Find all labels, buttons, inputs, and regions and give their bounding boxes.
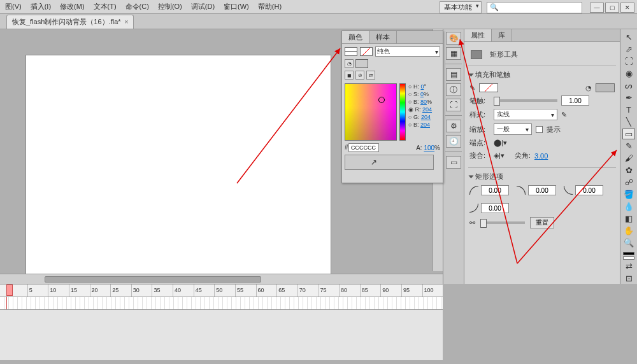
- transform-panel-icon[interactable]: ⛶: [446, 99, 461, 111]
- zoom-tool[interactable]: 🔍: [622, 237, 635, 248]
- corner-br-input[interactable]: [481, 203, 509, 213]
- snap-icon[interactable]: ⊡: [622, 273, 635, 284]
- actions-panel-icon[interactable]: ▭: [446, 156, 461, 169]
- fill-swatch[interactable]: [360, 47, 373, 56]
- current-color-swatch[interactable]: [355, 59, 368, 68]
- document-tab-bar: 恢复_flash制作闪动背景（16）.fla* ×: [0, 14, 637, 29]
- corner-tl-icon: [469, 186, 478, 195]
- stroke-color-swatch[interactable]: [479, 83, 498, 92]
- section-fill-stroke[interactable]: 填充和笔触: [469, 70, 615, 80]
- menu-insert[interactable]: 插入(I): [31, 2, 51, 11]
- menu-text[interactable]: 文本(T): [94, 2, 117, 11]
- eyedropper-tool[interactable]: 💧: [622, 201, 635, 212]
- menu-window[interactable]: 窗口(W): [224, 2, 249, 11]
- rectangle-tool[interactable]: ▭: [622, 129, 635, 139]
- bone-tool[interactable]: ☍: [622, 177, 635, 188]
- stroke-color[interactable]: [623, 252, 634, 255]
- lock-corners-icon[interactable]: ⚯: [469, 219, 475, 227]
- miter-value[interactable]: 3.00: [534, 152, 548, 160]
- hinting-checkbox[interactable]: [536, 126, 543, 133]
- corner-bl-icon: [564, 186, 573, 195]
- window-maximize[interactable]: ▢: [605, 3, 619, 13]
- dock-column: 🎨 ▦ ▤ ⓘ ⛶ ⚙ 🕘 ▭: [443, 29, 464, 284]
- timeline-ruler[interactable]: 1 5 10 15 20 25 30 35 40 45 50 55 60 65 …: [0, 284, 443, 297]
- eraser-tool[interactable]: ◧: [622, 213, 635, 224]
- swap-icon[interactable]: ⇄: [366, 71, 375, 80]
- selection-tool[interactable]: ↖: [622, 32, 635, 43]
- reset-button[interactable]: 重置: [530, 217, 554, 228]
- playhead[interactable]: [6, 284, 13, 296]
- bucket-icon: ◔: [585, 84, 592, 92]
- color-panel: 颜色 样本 纯色▾ ◔ ◼ ⊘ ⇄ ○ H: 0° ○ S: 0% ○ B: 8…: [341, 31, 443, 183]
- swatches-panel-icon[interactable]: 🎨: [446, 32, 461, 45]
- scale-dropdown[interactable]: 一般▾: [494, 123, 532, 135]
- corner-radius-slider[interactable]: [480, 221, 525, 224]
- timeline-frames[interactable]: [0, 297, 443, 310]
- corner-bl-input[interactable]: [575, 185, 603, 195]
- black-white-icon[interactable]: ◼: [345, 71, 354, 80]
- line-tool[interactable]: ╲: [622, 116, 635, 127]
- stage-canvas[interactable]: [25, 55, 331, 274]
- hue-slider[interactable]: [399, 83, 406, 141]
- corner-tr-input[interactable]: [528, 185, 556, 195]
- stroke-weight-input[interactable]: [561, 95, 589, 106]
- corner-br-icon: [469, 204, 478, 213]
- menu-commands[interactable]: 命令(C): [125, 2, 149, 11]
- stage-horizontal-scrollbar[interactable]: [0, 274, 443, 284]
- workspace-mode-dropdown[interactable]: 基本功能: [440, 1, 482, 13]
- align-panel-icon[interactable]: ▦: [446, 47, 461, 60]
- fill-color-swatch[interactable]: [596, 83, 615, 92]
- menu-debug[interactable]: 调试(D): [191, 2, 215, 11]
- library-panel-icon[interactable]: ▤: [446, 68, 461, 81]
- menu-view[interactable]: 图(V): [5, 2, 22, 11]
- close-tab-icon[interactable]: ×: [125, 18, 129, 25]
- cap-dropdown[interactable]: ⬤|▾: [494, 139, 507, 147]
- stroke-swatch[interactable]: [345, 47, 357, 56]
- swap-colors-icon[interactable]: ⇄: [622, 261, 635, 272]
- edit-style-icon[interactable]: ✎: [561, 111, 567, 119]
- brush-tool[interactable]: 🖌: [622, 153, 635, 164]
- menu-modify[interactable]: 修改(M): [60, 2, 85, 11]
- color-preview: [345, 155, 434, 170]
- menu-control[interactable]: 控制(O): [158, 2, 182, 11]
- lasso-tool[interactable]: ᔕ: [622, 80, 635, 91]
- bucket-mini-icon[interactable]: ◔: [345, 59, 354, 68]
- components-panel-icon[interactable]: ⚙: [446, 120, 461, 132]
- free-transform-tool[interactable]: ⛶: [622, 56, 635, 67]
- document-tab[interactable]: 恢复_flash制作闪动背景（16）.fla* ×: [6, 15, 134, 29]
- pencil-tool[interactable]: ✎: [622, 141, 635, 151]
- search-input[interactable]: [487, 2, 582, 13]
- color-picker[interactable]: [345, 83, 397, 141]
- 3d-rotation-tool[interactable]: ◉: [622, 68, 635, 79]
- tools-panel: ↖ ⬀ ⛶ ◉ ᔕ ✒ T ╲ ▭ ✎ 🖌 ✿ ☍ 🪣 💧 ◧ ✋ 🔍 ⇄ ⊡: [620, 29, 637, 284]
- fill-type-dropdown[interactable]: 纯色▾: [375, 46, 440, 57]
- pen-tool[interactable]: ✒: [622, 92, 635, 103]
- corner-tl-input[interactable]: [481, 185, 509, 195]
- tab-color[interactable]: 颜色: [342, 31, 369, 43]
- section-rect-options[interactable]: 矩形选项: [469, 172, 615, 181]
- stroke-weight-slider[interactable]: [494, 99, 557, 102]
- menu-help[interactable]: 帮助(H): [258, 2, 282, 11]
- no-color-icon[interactable]: ⊘: [355, 71, 364, 80]
- document-tab-label: 恢复_flash制作闪动背景（16）.fla*: [12, 17, 121, 27]
- info-panel-icon[interactable]: ⓘ: [446, 83, 461, 96]
- tab-properties[interactable]: 属性: [464, 29, 492, 41]
- deco-tool[interactable]: ✿: [622, 165, 635, 176]
- tab-swatches[interactable]: 样本: [369, 31, 397, 43]
- window-minimize[interactable]: —: [590, 3, 604, 13]
- stroke-style-dropdown[interactable]: 实线▾: [494, 109, 557, 120]
- join-dropdown[interactable]: ◈|▾: [494, 151, 505, 160]
- hand-tool[interactable]: ✋: [622, 225, 635, 236]
- text-tool[interactable]: T: [622, 104, 635, 115]
- menu-bar: 图(V) 插入(I) 修改(M) 文本(T) 命令(C) 控制(O) 调试(D)…: [0, 0, 637, 14]
- subselection-tool[interactable]: ⬀: [622, 44, 635, 55]
- fill-color[interactable]: [623, 256, 634, 260]
- tab-library[interactable]: 库: [492, 29, 512, 41]
- window-close[interactable]: ✕: [620, 3, 634, 13]
- hex-input[interactable]: [348, 143, 379, 152]
- expand-icon: [469, 175, 474, 178]
- paint-bucket-tool[interactable]: 🪣: [622, 189, 635, 200]
- corner-tr-icon: [517, 186, 526, 195]
- history-panel-icon[interactable]: 🕘: [446, 135, 461, 148]
- tool-name-label: 矩形工具: [490, 50, 518, 59]
